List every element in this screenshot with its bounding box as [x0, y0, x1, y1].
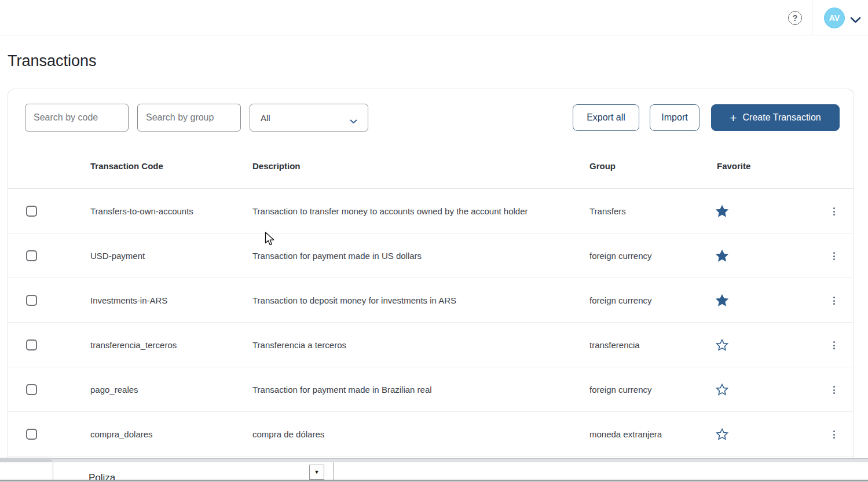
group-cell: foreign currency [589, 233, 652, 278]
table-row: USD-payment Transaction for payment made… [8, 233, 854, 278]
top-bar: ? AV [0, 0, 868, 35]
search-code-input[interactable] [25, 104, 129, 132]
transaction-code-cell: compra_dolares [90, 412, 153, 457]
dropdown-arrow-button[interactable]: ▼ [309, 465, 324, 480]
transaction-code-cell: Investments-in-ARS [90, 278, 167, 323]
row-menu-kebab-icon[interactable] [828, 427, 840, 442]
bottom-overlay: Poliza ▼ [0, 462, 868, 482]
row-menu-kebab-icon[interactable] [828, 293, 840, 308]
group-cell: Transfers [589, 189, 626, 233]
plus-icon: + [730, 112, 737, 124]
bottom-combobox[interactable]: Poliza ▼ [53, 462, 334, 482]
column-header-code: Transaction Code [90, 161, 163, 171]
group-cell: moneda extranjera [589, 412, 662, 457]
table-row: pago_reales Transaction for payment made… [8, 367, 854, 412]
bottom-separator-band [0, 458, 868, 462]
description-cell: compra de dólares [252, 412, 324, 457]
description-cell: Transaction for payment made in Brazilia… [252, 367, 432, 412]
row-checkbox[interactable] [26, 429, 37, 440]
row-menu-kebab-icon[interactable] [828, 204, 840, 219]
row-checkbox[interactable] [26, 206, 37, 217]
favorite-star-icon[interactable] [715, 383, 729, 397]
favorite-star-icon[interactable] [715, 338, 729, 352]
group-filter-select[interactable]: All [250, 104, 368, 132]
row-menu-kebab-icon[interactable] [828, 249, 840, 264]
table-row: Investments-in-ARS Transaction to deposi… [8, 278, 854, 323]
transactions-card: All Export all Import + Create Transacti… [8, 89, 854, 459]
transaction-code-cell: USD-payment [90, 233, 145, 278]
avatar[interactable]: AV [824, 8, 845, 28]
column-header-description: Description [252, 161, 301, 171]
favorite-star-icon[interactable] [715, 205, 729, 218]
search-group-input[interactable] [137, 104, 241, 132]
row-checkbox[interactable] [26, 295, 37, 306]
create-transaction-label: Create Transaction [743, 112, 821, 123]
import-button[interactable]: Import [650, 104, 699, 131]
favorite-star-icon[interactable] [715, 428, 729, 441]
bottom-separator-band-left [0, 458, 52, 462]
group-cell: foreign currency [589, 367, 652, 412]
table-row: Transfers-to-own-accounts Transaction to… [8, 189, 854, 233]
description-cell: Transferencia a terceros [252, 323, 346, 367]
group-filter-value: All [261, 113, 270, 123]
table-header-row: Transaction Code Description Group Favor… [8, 147, 854, 189]
topbar-divider [812, 0, 812, 35]
row-checkbox[interactable] [26, 384, 37, 395]
help-icon[interactable]: ? [788, 11, 802, 25]
table-row: compra_dolares compra de dólares moneda … [8, 412, 854, 457]
export-all-button[interactable]: Export all [573, 104, 639, 131]
transaction-code-cell: pago_reales [90, 367, 138, 412]
table-row: transferencia_terceros Transferencia a t… [8, 323, 854, 367]
column-header-favorite: Favorite [717, 161, 750, 171]
description-cell: Transaction to transfer money to account… [252, 189, 528, 233]
page-title: Transactions [8, 52, 97, 70]
row-menu-kebab-icon[interactable] [828, 338, 840, 353]
description-cell: Transaction for payment made in US dolla… [252, 233, 422, 278]
row-menu-kebab-icon[interactable] [828, 382, 840, 397]
column-header-group: Group [589, 161, 616, 171]
transaction-code-cell: transferencia_terceros [90, 323, 177, 367]
favorite-star-icon[interactable] [715, 249, 729, 263]
row-checkbox[interactable] [26, 339, 37, 350]
chevron-down-icon [350, 116, 357, 126]
group-cell: foreign currency [589, 278, 652, 323]
transaction-code-cell: Transfers-to-own-accounts [90, 189, 193, 233]
row-checkbox[interactable] [26, 250, 37, 261]
chevron-down-icon[interactable] [850, 15, 861, 25]
group-cell: transferencia [589, 323, 640, 367]
description-cell: Transaction to deposit money for investm… [252, 278, 456, 323]
favorite-star-icon[interactable] [715, 294, 729, 308]
create-transaction-button[interactable]: + Create Transaction [711, 104, 840, 131]
